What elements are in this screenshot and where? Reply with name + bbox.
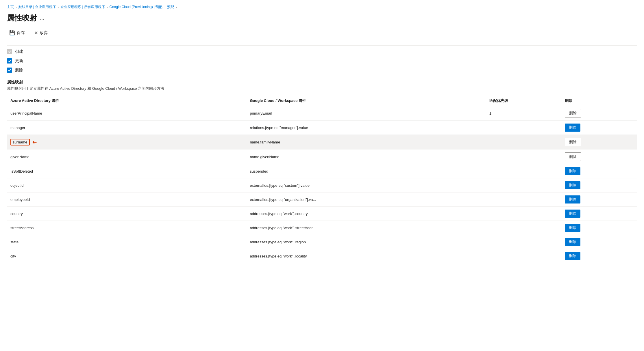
delete-button[interactable]: 删除 (565, 109, 581, 117)
delete-button[interactable]: 删除 (565, 238, 580, 246)
checkbox-row-create: 创建 (7, 49, 637, 54)
table-row: countryaddresses.[type eq "work"].countr… (7, 207, 637, 221)
google-attribute-cell[interactable]: suspended (246, 164, 486, 178)
checkbox-create-label: 创建 (15, 49, 23, 54)
table-row: managerrelations.[type eq "manager"].val… (7, 121, 637, 135)
checkbox-delete-label: 删除 (15, 68, 23, 73)
breadcrumb-sep-5: › (176, 5, 177, 9)
delete-cell: 删除 (561, 150, 637, 164)
google-attribute-cell[interactable]: addresses.[type eq "work"].streetAddr... (246, 221, 486, 235)
delete-cell: 删除 (561, 164, 637, 178)
breadcrumb-provisioning[interactable]: 预配 (167, 5, 174, 10)
delete-button[interactable]: 删除 (565, 152, 581, 161)
google-attribute-cell[interactable]: addresses.[type eq "work"].locality (246, 249, 486, 263)
toolbar: 💾 保存 ✕ 放弃 (7, 29, 637, 40)
col-header-match: 匹配优先级 (486, 96, 562, 106)
checkbox-create[interactable] (7, 49, 12, 54)
page-title: 属性映射 (7, 13, 37, 23)
checkbox-row-update: 更新 (7, 58, 637, 64)
breadcrumb-default-dir[interactable]: 默认目录 | 企业应用程序 (18, 5, 56, 10)
azure-attribute-cell[interactable]: surname ➜ (7, 135, 246, 150)
match-priority-cell (486, 178, 562, 193)
azure-attribute-cell[interactable]: givenName (7, 150, 246, 164)
azure-attribute-cell[interactable]: country (7, 207, 246, 221)
page-title-container: 属性映射 ... (7, 13, 637, 23)
match-priority-cell (486, 135, 562, 150)
match-priority-cell (486, 150, 562, 164)
table-row: cityaddresses.[type eq "work"].locality删… (7, 249, 637, 263)
delete-button[interactable]: 删除 (565, 210, 580, 218)
col-header-delete: 删除 (561, 96, 637, 106)
azure-attribute-cell[interactable]: state (7, 235, 246, 249)
google-attribute-cell[interactable]: name.givenName (246, 150, 486, 164)
delete-cell: 删除 (561, 249, 637, 263)
checkbox-delete[interactable] (7, 68, 12, 73)
table-row: streetAddressaddresses.[type eq "work"].… (7, 221, 637, 235)
more-options-icon[interactable]: ... (40, 15, 44, 21)
google-attribute-cell[interactable]: addresses.[type eq "work"].country (246, 207, 486, 221)
surname-highlighted: surname (10, 139, 30, 145)
match-priority-cell (486, 207, 562, 221)
google-attribute-cell[interactable]: externalIds.[type eq "custom"].value (246, 178, 486, 193)
match-priority-cell: 1 (486, 106, 562, 121)
table-row: employeeIdexternalIds.[type eq "organiza… (7, 193, 637, 207)
delete-button[interactable]: 删除 (565, 138, 581, 146)
google-attribute-cell[interactable]: addresses.[type eq "work"].region (246, 235, 486, 249)
checkbox-update[interactable] (7, 58, 12, 64)
delete-button[interactable]: 删除 (565, 167, 580, 175)
match-priority-cell (486, 221, 562, 235)
match-priority-cell (486, 235, 562, 249)
delete-cell: 删除 (561, 235, 637, 249)
discard-button[interactable]: ✕ 放弃 (32, 29, 50, 37)
azure-attribute-cell[interactable]: userPrincipalName (7, 106, 246, 121)
delete-button[interactable]: 删除 (565, 252, 580, 260)
section-header: 属性映射 属性映射用于定义属性在 Azure Active Directory … (7, 80, 637, 91)
col-header-google: Google Cloud / Workspace 属性 (246, 96, 486, 106)
discard-label: 放弃 (40, 30, 48, 36)
breadcrumb-enterprise-apps[interactable]: 企业应用程序 | 所有应用程序 (60, 5, 105, 10)
checkboxes-section: 创建 更新 删除 (7, 45, 637, 73)
google-attribute-cell[interactable]: name.familyName (246, 135, 486, 150)
delete-cell: 删除 (561, 106, 637, 121)
match-priority-cell (486, 121, 562, 135)
azure-attribute-cell[interactable]: IsSoftDeleted (7, 164, 246, 178)
save-icon: 💾 (9, 30, 15, 36)
delete-button[interactable]: 删除 (565, 124, 580, 132)
azure-attribute-cell[interactable]: objectId (7, 178, 246, 193)
checkbox-row-delete: 删除 (7, 68, 637, 73)
delete-button[interactable]: 删除 (565, 195, 580, 203)
google-attribute-cell[interactable]: externalIds.[type eq "organization"].va.… (246, 193, 486, 207)
azure-attribute-cell[interactable]: employeeId (7, 193, 246, 207)
table-row: stateaddresses.[type eq "work"].region删除 (7, 235, 637, 249)
save-button[interactable]: 💾 保存 (7, 29, 27, 37)
azure-attribute-cell[interactable]: streetAddress (7, 221, 246, 235)
save-label: 保存 (17, 30, 25, 36)
delete-cell: 删除 (561, 178, 637, 193)
section-description: 属性映射用于定义属性在 Azure Active Directory 和 Goo… (7, 86, 637, 91)
breadcrumb-sep-4: › (164, 5, 165, 9)
delete-button[interactable]: 删除 (565, 224, 580, 232)
azure-attribute-cell[interactable]: city (7, 249, 246, 263)
section-title: 属性映射 (7, 80, 637, 85)
delete-button[interactable]: 删除 (565, 181, 580, 189)
azure-attribute-cell[interactable]: manager (7, 121, 246, 135)
table-row: surname ➜ name.familyName删除 (7, 135, 637, 150)
google-attribute-cell[interactable]: relations.[type eq "manager"].value (246, 121, 486, 135)
arrow-icon: ➜ (32, 139, 37, 145)
match-priority-cell (486, 193, 562, 207)
checkbox-update-label: 更新 (15, 58, 23, 64)
breadcrumb-home[interactable]: 主页 (7, 5, 14, 10)
google-attribute-cell[interactable]: primaryEmail (246, 106, 486, 121)
delete-cell: 删除 (561, 221, 637, 235)
col-header-azure: Azure Active Directory 属性 (7, 96, 246, 106)
delete-cell: 删除 (561, 121, 637, 135)
table-row: IsSoftDeletedsuspended删除 (7, 164, 637, 178)
table-row: objectIdexternalIds.[type eq "custom"].v… (7, 178, 637, 193)
breadcrumb-google-cloud[interactable]: Google Cloud (Provisioning) | 预配 (110, 5, 163, 10)
delete-cell: 删除 (561, 207, 637, 221)
discard-icon: ✕ (34, 30, 38, 36)
table-row: userPrincipalNameprimaryEmail1删除 (7, 106, 637, 121)
table-row: givenNamename.givenName删除 (7, 150, 637, 164)
breadcrumb: 主页 › 默认目录 | 企业应用程序 › 企业应用程序 | 所有应用程序 › G… (7, 5, 637, 10)
breadcrumb-sep-1: › (16, 5, 17, 9)
